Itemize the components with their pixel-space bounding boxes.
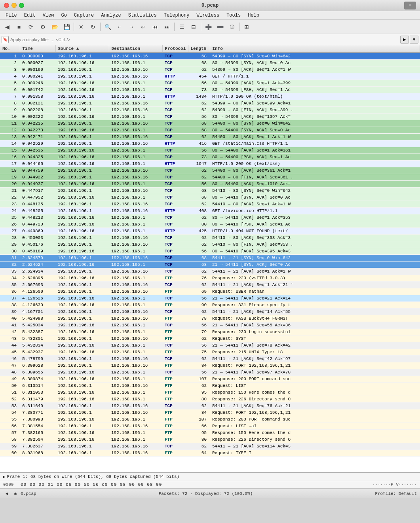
minimize-button[interactable] [11,3,17,8]
table-row[interactable]: 28 0.450003 192.168.196.1 192.168.196.16… [0,235,420,241]
table-row[interactable]: 11 0.042235 192.168.196.1 192.168.196.16… [0,120,420,127]
maximize-button[interactable] [19,3,24,8]
filter-input[interactable] [10,36,399,44]
table-row[interactable]: 37 4.126526 192.168.196.16 192.168.196.1… [0,295,420,302]
menu-item-analyze[interactable]: Analyze [98,12,124,19]
table-row[interactable]: 48 6.309655 192.168.196.16 192.168.196.1… [0,369,420,376]
table-row[interactable]: 57 7.382165 192.168.196.16 192.168.196.1… [0,430,420,436]
menu-item-file[interactable]: File [2,12,20,19]
table-row[interactable]: 27 0.449869 192.168.196.16 192.168.196.1… [0,228,420,235]
table-row[interactable]: 44 5.432834 192.168.196.16 192.168.196.1… [0,342,420,349]
table-row[interactable]: 18 0.044759 192.168.196.1 192.168.196.16… [0,167,420,174]
table-row[interactable]: 30 0.450189 192.168.196.16 192.168.196.1… [0,248,420,255]
table-row[interactable]: 16 0.044325 192.168.196.16 192.168.196.1… [0,154,420,161]
window-controls[interactable] [4,3,24,8]
table-row[interactable]: 17 0.044465 192.168.196.16 192.168.196.1… [0,161,420,167]
table-row[interactable]: 41 5.425034 192.168.196.16 192.168.196.1… [0,322,420,329]
table-row[interactable]: 2 0.000027 192.168.196.16 192.168.196.1 … [0,60,420,66]
menu-item-help[interactable]: Help [245,12,262,19]
table-row[interactable]: 33 2.624934 192.168.196.1 192.168.196.16… [0,268,420,275]
toolbar-minus-btn[interactable]: ➖ [215,21,226,32]
menu-item-wireless[interactable]: Wireless [194,12,223,19]
table-row[interactable]: 36 4.126500 192.168.196.1 192.168.196.16… [0,288,420,295]
table-row[interactable]: 4 0.000241 192.168.196.1 192.168.196.16 … [0,73,420,80]
toolbar-next-btn[interactable]: → [126,21,137,32]
table-row[interactable]: 53 6.311640 192.168.196.1 192.168.196.16… [0,403,420,409]
table-row[interactable]: 23 0.448135 192.168.196.1 192.168.196.16… [0,201,420,208]
toolbar-add-btn[interactable]: ➕ [203,21,214,32]
toolbar-restart-btn[interactable]: ⟳ [25,21,36,32]
table-row[interactable]: 59 7.382637 192.168.196.1 192.168.196.16… [0,443,420,450]
table-row[interactable]: 1 0.000000 192.168.196.1 192.168.196.16 … [0,53,420,60]
status-icon-dot[interactable]: ◉ [12,490,19,497]
table-row[interactable]: 60 8.031968 192.168.196.1 192.168.196.16… [0,450,420,457]
table-row[interactable]: 40 5.424998 192.168.196.1 192.168.196.16… [0,315,420,322]
table-row[interactable]: 38 4.126630 192.168.196.16 192.168.196.1… [0,302,420,309]
menu-item-telephony[interactable]: Telephony [161,12,193,19]
table-row[interactable]: 12 0.042273 192.168.196.16 192.168.196.1… [0,127,420,134]
close-button[interactable] [4,3,9,8]
table-row[interactable]: 5 0.000246 192.168.196.16 192.168.196.1 … [0,80,420,87]
table-row[interactable]: 24 0.448205 192.168.196.1 192.168.196.16… [0,208,420,214]
table-row[interactable]: 6 0.001742 192.168.196.16 192.168.196.1 … [0,87,420,93]
filter-arrow-btn[interactable]: ▶ [400,36,409,44]
table-row[interactable]: 52 6.311479 192.168.196.16 192.168.196.1… [0,396,420,403]
table-row[interactable]: 32 2.624624 192.168.196.16 192.168.196.1… [0,262,420,268]
table-row[interactable]: 42 5.432387 192.168.196.16 192.168.196.1… [0,329,420,335]
toolbar-grid-view-btn[interactable]: ⊟ [188,21,199,32]
toolbar-reload-btn[interactable]: ↻ [87,21,99,32]
table-row[interactable]: 7 0.001858 192.168.196.16 192.168.196.1 … [0,93,420,100]
toolbar-back-btn[interactable]: ◀ [2,21,13,32]
col-header-time[interactable]: Time [20,45,55,53]
toolbar-stop-btn[interactable]: ■ [13,21,25,32]
col-header-protocol[interactable]: Protocol [162,45,188,53]
col-header-info[interactable]: Info [210,45,420,53]
menu-item-view[interactable]: View [40,12,57,19]
table-row[interactable]: 35 2.667693 192.168.196.1 192.168.196.16… [0,282,420,288]
table-row[interactable]: 13 0.042471 192.168.196.1 192.168.196.16… [0,134,420,140]
table-row[interactable]: 34 2.626895 192.168.196.16 192.168.196.1… [0,275,420,282]
menu-item-tools[interactable]: Tools [223,12,244,19]
table-row[interactable]: 47 6.309628 192.168.196.1 192.168.196.16… [0,362,420,369]
col-header-length[interactable]: Length [188,45,210,53]
table-row[interactable]: 46 5.478790 192.168.196.1 192.168.196.16… [0,356,420,362]
table-row[interactable]: 49 6.309874 192.168.196.16 192.168.196.1… [0,376,420,383]
toolbar-settings-btn[interactable]: ⊞ [241,21,252,32]
table-row[interactable]: 10 0.002222 192.168.196.16 192.168.196.1… [0,114,420,120]
table-row[interactable]: 3 0.000190 192.168.196.1 192.168.196.16 … [0,66,420,73]
table-row[interactable]: 58 7.382504 192.168.196.16 192.168.196.1… [0,436,420,443]
table-row[interactable]: 21 0.447917 192.168.196.1 192.168.196.16… [0,188,420,194]
toolbar-last-btn[interactable]: ⏭ [162,21,173,32]
menu-item-capture[interactable]: Capture [71,12,97,19]
table-row[interactable]: 26 0.449720 192.168.196.16 192.168.196.1… [0,221,420,228]
table-row[interactable]: 51 6.311053 192.168.196.16 192.168.196.1… [0,389,420,396]
expand-icon[interactable]: ▶ [3,475,5,479]
table-row[interactable]: 55 7.380998 192.168.196.16 192.168.196.1… [0,416,420,423]
status-icon-left[interactable]: ◀ [3,490,10,497]
table-row[interactable]: 43 5.432801 192.168.196.1 192.168.196.16… [0,335,420,342]
table-row[interactable]: 25 0.448213 192.168.196.16 192.168.196.1… [0,214,420,221]
toolbar-options-btn[interactable]: ⚙ [37,21,48,32]
col-header-destination[interactable]: Destination [109,45,162,53]
toolbar-open-btn[interactable]: 📂 [49,21,60,32]
toolbar-first2-btn[interactable]: ⏮ [150,21,161,32]
menu-item-statistics[interactable]: Statistics [125,12,160,19]
toolbar-close-btn[interactable]: ✕ [76,21,87,32]
table-row[interactable]: 19 0.044922 192.168.196.1 192.168.196.16… [0,174,420,181]
table-row[interactable]: 31 2.624570 192.168.196.1 192.168.196.16… [0,255,420,262]
toolbar-prev-btn[interactable]: ← [114,21,125,32]
table-row[interactable]: 15 0.042535 192.168.196.16 192.168.196.1… [0,147,420,154]
col-header-source[interactable]: Source ▲ [55,45,109,53]
table-row[interactable]: 45 5.432937 192.168.196.16 192.168.196.1… [0,349,420,356]
table-row[interactable]: 9 0.002208 192.168.196.1 192.168.196.16 … [0,107,420,114]
col-header-no[interactable]: No. [0,45,20,53]
table-row[interactable]: 20 0.044937 192.168.196.16 192.168.196.1… [0,181,420,188]
menu-item-go[interactable]: Go [58,12,70,19]
table-row[interactable]: 56 7.381554 192.168.196.1 192.168.196.16… [0,423,420,430]
filter-dropdown-btn[interactable]: ▼ [410,36,418,44]
toolbar-num-btn[interactable]: ① [226,21,238,32]
toolbar-search-btn[interactable]: 🔍 [102,21,113,32]
table-row[interactable]: 39 4.167701 192.168.196.1 192.168.196.16… [0,309,420,315]
toolbar-list-view-btn[interactable]: ☰ [176,21,187,32]
table-row[interactable]: 54 7.380771 192.168.196.1 192.168.196.16… [0,409,420,416]
